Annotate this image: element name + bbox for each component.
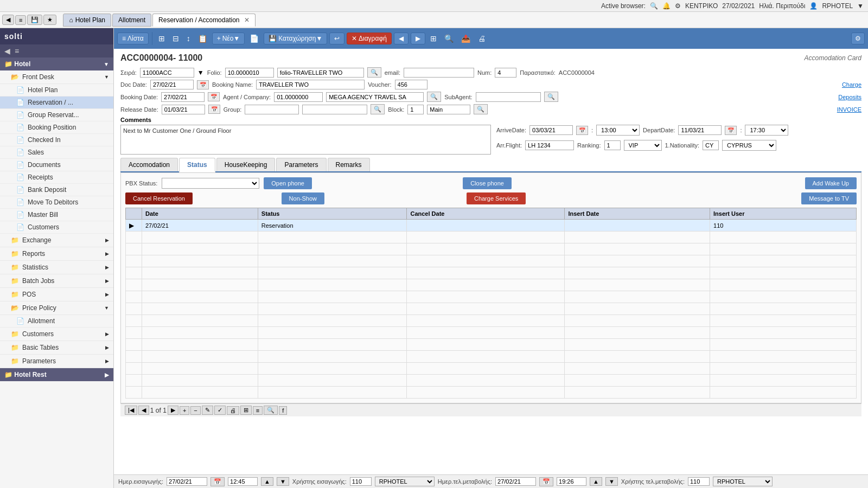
filter-icon[interactable]: ⊞	[156, 33, 168, 44]
next-page-button[interactable]: ▶	[168, 406, 178, 415]
insert-date-cal-button[interactable]: 📅	[210, 477, 225, 486]
voucher-input[interactable]	[395, 80, 427, 89]
arr-flight-input[interactable]	[525, 140, 574, 150]
group-name-input[interactable]	[302, 105, 367, 114]
charge-link[interactable]: Charge	[842, 81, 861, 88]
list-button[interactable]: ≡ Λίστα	[117, 33, 149, 44]
nationality-select[interactable]: CYPRUS	[722, 140, 776, 151]
sidebar-item-pos[interactable]: 📁 POS ▶	[0, 288, 113, 301]
change-date-cal-button[interactable]: 📅	[539, 477, 553, 486]
insert-user-code-input[interactable]	[350, 477, 372, 486]
sidebar-item-reservation[interactable]: 📄 Reservation / ...	[0, 97, 113, 109]
tab-parameters[interactable]: Parameters	[276, 158, 326, 171]
non-show-button[interactable]: Non-Show	[282, 192, 324, 204]
folio-search-button[interactable]: 🔍	[367, 67, 381, 78]
arrive-time-select[interactable]: 13:00	[596, 125, 640, 136]
charge-services-button[interactable]: Charge Services	[467, 192, 526, 204]
tab-housekeeping[interactable]: HouseKeeping	[216, 158, 276, 171]
table-icon[interactable]: ⊞	[427, 33, 439, 44]
sidebar-item-bank-deposit[interactable]: 📄 Bank Deposit	[0, 184, 113, 196]
doc-date-input[interactable]	[150, 80, 194, 89]
agent-search-button[interactable]: 🔍	[427, 92, 441, 102]
del-row-button[interactable]: −	[190, 406, 200, 415]
block-input[interactable]	[407, 105, 424, 114]
seria-dropdown-icon[interactable]: ▼	[197, 69, 204, 76]
depart-date-input[interactable]	[678, 125, 722, 135]
tab-remarks[interactable]: Remarks	[328, 158, 370, 171]
sidebar-item-batch-jobs[interactable]: 📁 Batch Jobs ▶	[0, 274, 113, 288]
sidebar-item-documents[interactable]: 📄 Documents	[0, 159, 113, 171]
sidebar-item-allotment[interactable]: 📄 Allotment	[0, 315, 113, 328]
table-row[interactable]: ▶ 27/02/21 Reservation 110	[126, 220, 857, 232]
sidebar-item-front-desk[interactable]: 📂 Front Desk ▼	[0, 70, 113, 84]
first-page-button[interactable]: |◀	[125, 406, 137, 415]
sidebar-item-basic-tables[interactable]: 📁 Basic Tables ▶	[0, 341, 113, 355]
insert-time-input[interactable]	[228, 477, 258, 486]
prev-button[interactable]: ◀	[394, 33, 409, 44]
invoice-link[interactable]: INVOICE	[837, 106, 861, 113]
booking-name-input[interactable]	[256, 80, 365, 89]
sidebar-group-hotel-rest[interactable]: 📁 Hotel Rest ▶	[0, 368, 113, 381]
change-user-code-input[interactable]	[688, 477, 710, 486]
change-user-select[interactable]: RPHOTEL	[713, 477, 773, 486]
zoom-icon[interactable]: 🔍	[442, 33, 456, 44]
sidebar-item-checked-in[interactable]: 📄 Checked In	[0, 134, 113, 146]
sidebar-item-master-bill[interactable]: 📄 Master Bill	[0, 209, 113, 221]
tab-accomodation[interactable]: Accomodation	[120, 158, 178, 171]
bookmark-button[interactable]: ★	[43, 15, 56, 25]
sidebar-tool-2[interactable]: ≡	[15, 47, 19, 55]
sidebar-item-customers-front[interactable]: 📄 Customers	[0, 221, 113, 234]
sidebar-item-sales[interactable]: 📄 Sales	[0, 146, 113, 159]
search-row-button[interactable]: 🔍	[264, 406, 278, 415]
sidebar-tool-1[interactable]: ◀	[4, 47, 10, 55]
add-wake-up-button[interactable]: Add Wake Up	[805, 177, 857, 189]
ranking-type-select[interactable]: VIP	[624, 140, 662, 151]
sidebar-group-hotel[interactable]: 📁 Hotel ▼	[0, 57, 113, 70]
message-tv-button[interactable]: Message to TV	[801, 192, 857, 204]
booking-date-cal-button[interactable]: 📅	[208, 92, 220, 101]
save-quick-button[interactable]: 💾	[27, 15, 42, 25]
subagent-search-button[interactable]: 🔍	[544, 92, 558, 102]
notification-icon[interactable]: 🔔	[662, 2, 671, 10]
insert-date-input[interactable]	[167, 477, 207, 486]
group-input[interactable]	[245, 105, 299, 114]
undo-button[interactable]: ↩	[329, 33, 344, 44]
agent-code-input[interactable]	[274, 92, 323, 102]
next-button[interactable]: ▶	[411, 33, 425, 44]
close-phone-button[interactable]: Close phone	[463, 177, 512, 189]
sidebar-item-exchange[interactable]: 📁 Exchange ▶	[0, 234, 113, 247]
insert-time-up-button[interactable]: ▲	[261, 477, 273, 486]
search-icon[interactable]: 🔍	[650, 2, 658, 10]
settings-icon[interactable]: ⚙	[675, 2, 681, 10]
grid-icon[interactable]: ⊟	[170, 33, 182, 44]
print-icon[interactable]: 🖨	[475, 33, 488, 44]
export-icon[interactable]: 📤	[458, 33, 473, 44]
cols-button[interactable]: ≡	[253, 406, 263, 415]
change-time-down-button[interactable]: ▼	[605, 477, 618, 486]
tab-allotment[interactable]: Allotment	[112, 14, 151, 27]
forward-button[interactable]: ≡	[15, 15, 26, 25]
pbx-status-select[interactable]	[162, 178, 259, 189]
block-search-button[interactable]: 🔍	[474, 104, 488, 114]
copy-icon[interactable]: 📋	[195, 33, 210, 44]
sidebar-item-booking-position[interactable]: 📄 Booking Position	[0, 121, 113, 134]
gear-button[interactable]: ⚙	[851, 33, 865, 44]
ranking-input[interactable]	[604, 140, 621, 150]
sidebar-item-price-policy[interactable]: 📂 Price Policy ▼	[0, 301, 113, 315]
seria-input[interactable]	[140, 68, 194, 78]
cancel-reservation-button[interactable]: Cancel Reservation	[125, 192, 193, 204]
deposits-link[interactable]: Deposits	[838, 94, 861, 100]
release-date-cal-button[interactable]: 📅	[208, 105, 220, 114]
insert-time-down-button[interactable]: ▼	[277, 477, 289, 486]
booking-date-input[interactable]	[161, 92, 205, 102]
close-tab-icon[interactable]: ✕	[244, 16, 250, 24]
sort-icon[interactable]: ↕	[184, 33, 193, 44]
folio-input[interactable]	[225, 68, 274, 78]
sidebar-item-parameters[interactable]: 📁 Parameters ▶	[0, 355, 113, 368]
sidebar-item-receipts[interactable]: 📄 Receipts	[0, 171, 113, 184]
folio-name-input[interactable]	[277, 68, 364, 78]
sidebar-item-statistics[interactable]: 📁 Statistics ▶	[0, 261, 113, 274]
doc-icon-tb[interactable]: 📄	[247, 33, 261, 44]
email-input[interactable]	[404, 68, 474, 78]
print-row-button[interactable]: 🖨	[227, 406, 239, 415]
